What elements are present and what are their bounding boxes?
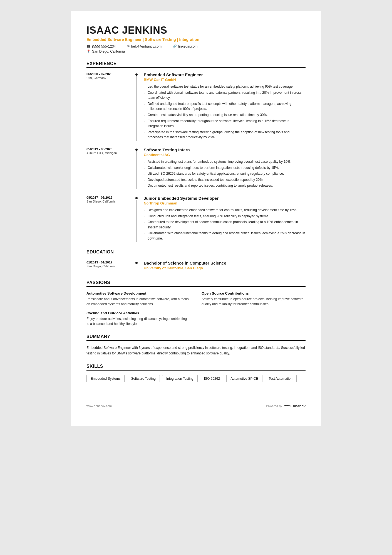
- footer: www.enhancv.com Powered by 〰 Enhancv: [86, 399, 306, 409]
- email-contact: ✉ help@enhancv.com: [127, 45, 162, 48]
- exp2-location: Auburn Hills, Michigan: [86, 151, 130, 155]
- exp1-bullet-2: Coordinated with domain software teams a…: [144, 90, 306, 100]
- skill-tag-2: Software Testing: [127, 375, 160, 382]
- passion-item-1: Automotive Software Development Passiona…: [86, 291, 190, 307]
- resume-page: ISAAC JENKINS Embedded Software Engineer…: [71, 11, 321, 426]
- experience-section-title: EXPERIENCE: [86, 61, 306, 68]
- exp1-location: Ulm, Germany: [86, 76, 130, 80]
- education-section-title: EDUCATION: [86, 250, 306, 256]
- exp3-dot: [135, 197, 138, 199]
- passion-item-3: Cycling and Outdoor Activities Enjoy out…: [86, 311, 190, 326]
- header: ISAAC JENKINS Embedded Software Engineer…: [86, 24, 306, 53]
- linkedin-contact: 🔗 linkedin.com: [173, 45, 197, 48]
- exp1-dot: [135, 73, 138, 76]
- exp3-left: 08/2017 - 05/2019 San Diego, California: [86, 196, 134, 242]
- exp2-bullet-1: Assisted in creating test plans for embe…: [144, 159, 306, 164]
- linkedin-url: linkedin.com: [178, 45, 197, 48]
- exp3-vert: [136, 200, 137, 242]
- phone-number: (555) 555-1234: [92, 45, 116, 48]
- location-row: 📍 San Diego, California: [86, 50, 306, 53]
- contact-row: ☎ (555) 555-1234 ✉ help@enhancv.com 🔗 li…: [86, 45, 306, 48]
- edu1-line: [134, 261, 139, 272]
- exp2-bullets: Assisted in creating test plans for embe…: [144, 159, 306, 188]
- skill-tag-3: Integration Testing: [162, 375, 198, 382]
- exp1-bullet-1: Led the overall software test status for…: [144, 84, 306, 89]
- edu1-location: San Diego, California: [86, 265, 130, 268]
- passion3-title: Cycling and Outdoor Activities: [86, 311, 190, 315]
- skills-section-title: SKILLS: [86, 364, 306, 371]
- exp2-right: Software Testing Intern Continental AG A…: [139, 147, 306, 189]
- exp2-job-title: Software Testing Intern: [144, 147, 306, 152]
- exp3-date: 08/2017 - 05/2019: [86, 196, 130, 199]
- exp1-bullets: Led the overall software test status for…: [144, 84, 306, 140]
- summary-section-title: SUMMARY: [86, 334, 306, 341]
- edu1-degree: Bachelor of Science in Computer Science: [144, 261, 306, 265]
- email-icon: ✉: [127, 45, 130, 48]
- exp2-bullet-2: Collaborated with senior engineers to pe…: [144, 165, 306, 171]
- location-icon: 📍: [86, 50, 91, 53]
- enhancv-brand-name: Enhancv: [291, 404, 306, 408]
- exp1-bullet-4: Created test status visibility and repor…: [144, 112, 306, 118]
- passions-grid: Automotive Software Development Passiona…: [86, 291, 306, 326]
- powered-by-text: Powered by: [266, 404, 282, 408]
- exp2-vert: [136, 151, 137, 189]
- exp2-bullet-3: Utilized ISO 26262 standards for safety-…: [144, 171, 306, 176]
- exp2-line: [134, 147, 139, 189]
- passion-item-2: Open Source Contributions Actively contr…: [202, 291, 306, 307]
- enhancv-logo-icon: 〰: [284, 403, 289, 409]
- skill-tag-1: Embedded Systems: [86, 375, 125, 382]
- skill-tag-5: Automotive SPICE: [226, 375, 262, 382]
- location-text: San Diego, California: [92, 50, 125, 53]
- enhancv-logo: 〰 Enhancv: [284, 403, 306, 409]
- experience-timeline: 06/2020 - 07/2023 Ulm, Germany Embedded …: [86, 72, 306, 242]
- edu1-right: Bachelor of Science in Computer Science …: [139, 261, 306, 272]
- edu1-school: University of California, San Diego: [144, 266, 306, 270]
- exp1-left: 06/2020 - 07/2023 Ulm, Germany: [86, 72, 134, 141]
- exp3-right: Junior Embedded Systems Developer Northr…: [139, 196, 306, 242]
- edu1-left: 01/2013 - 01/2017 San Diego, California: [86, 261, 134, 272]
- exp1-job-title: Embedded Software Engineer: [144, 72, 306, 77]
- exp3-company: Northrop Grumman: [144, 201, 306, 205]
- experience-section: EXPERIENCE 06/2020 - 07/2023 Ulm, German…: [86, 61, 306, 242]
- exp3-bullet-2: Conducted unit and integration tests, en…: [144, 214, 306, 219]
- exp2-left: 05/2019 - 05/2020 Auburn Hills, Michigan: [86, 147, 134, 189]
- passion2-desc: Actively contribute to open-source proje…: [202, 297, 306, 307]
- footer-powered: Powered by 〰 Enhancv: [266, 403, 306, 409]
- exp3-job-title: Junior Embedded Systems Developer: [144, 196, 306, 201]
- education-section: EDUCATION 01/2013 - 01/2017 San Diego, C…: [86, 250, 306, 272]
- exp2-dot: [135, 149, 138, 151]
- exp1-bullet-6: Participated in the software testing ste…: [144, 130, 306, 140]
- experience-item-3: 08/2017 - 05/2019 San Diego, California …: [86, 196, 306, 242]
- passions-section-title: PASSIONS: [86, 280, 306, 287]
- exp2-bullet-4: Developed automated test scripts that in…: [144, 177, 306, 182]
- email-address: help@enhancv.com: [131, 45, 162, 48]
- exp1-right: Embedded Software Engineer BMW Car IT Gm…: [139, 72, 306, 141]
- link-icon: 🔗: [173, 45, 177, 48]
- exp1-bullet-5: Ensured requirement traceability through…: [144, 119, 306, 129]
- summary-section: SUMMARY Embedded Software Engineer with …: [86, 334, 306, 356]
- skill-tag-6: Test Automation: [265, 375, 297, 382]
- experience-item-1: 06/2020 - 07/2023 Ulm, Germany Embedded …: [86, 72, 306, 141]
- exp3-line: [134, 196, 139, 242]
- exp3-location: San Diego, California: [86, 200, 130, 203]
- edu1-dot: [135, 262, 138, 264]
- exp1-date: 06/2020 - 07/2023: [86, 72, 130, 76]
- footer-website: www.enhancv.com: [86, 404, 112, 408]
- education-timeline: 01/2013 - 01/2017 San Diego, California …: [86, 261, 306, 272]
- summary-text: Embedded Software Engineer with 3 years …: [86, 345, 306, 356]
- skill-tag-4: ISO 26262: [200, 375, 224, 382]
- phone-contact: ☎ (555) 555-1234: [86, 45, 116, 48]
- exp3-bullet-4: Collaborated with cross-functional teams…: [144, 231, 306, 241]
- passions-section: PASSIONS Automotive Software Development…: [86, 280, 306, 326]
- candidate-name: ISAAC JENKINS: [86, 24, 306, 36]
- phone-icon: ☎: [86, 45, 91, 48]
- exp3-bullets: Designed and implemented embedded softwa…: [144, 208, 306, 241]
- exp1-company: BMW Car IT GmbH: [144, 78, 306, 82]
- exp1-bullet-3: Defined and aligned feature-specific tes…: [144, 101, 306, 112]
- exp2-date: 05/2019 - 05/2020: [86, 147, 130, 151]
- exp3-bullet-1: Designed and implemented embedded softwa…: [144, 208, 306, 213]
- exp3-bullet-3: Contributed to the development of secure…: [144, 219, 306, 230]
- passion2-title: Open Source Contributions: [202, 291, 306, 295]
- candidate-title: Embedded Software Engineer | Software Te…: [86, 37, 306, 42]
- exp2-company: Continental AG: [144, 153, 306, 157]
